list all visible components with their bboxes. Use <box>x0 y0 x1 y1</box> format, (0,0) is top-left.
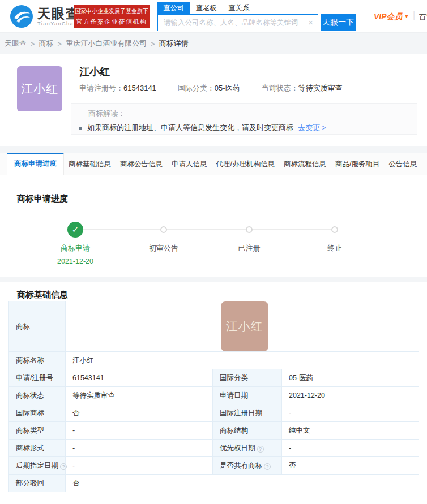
field-label: 是否共有商标? <box>213 457 282 475</box>
field-label: 商标形式 <box>9 440 66 457</box>
field-value: - <box>282 404 419 422</box>
field-value: 等待实质审查 <box>298 84 343 92</box>
table-row: 申请/注册号61543141国际分类05-医药 <box>9 369 419 387</box>
trademark-logo: 江小红 <box>17 66 62 111</box>
field-label: 申请日期 <box>213 387 282 404</box>
field-label: 申请/注册号 <box>9 369 66 387</box>
search-input[interactable] <box>157 14 318 31</box>
page-title: 江小红 <box>79 65 110 79</box>
breadcrumb: 天眼查>商标>重庆江小白酒业有限公司>商标详情 <box>0 33 427 54</box>
field-label: 商标状态 <box>9 387 66 404</box>
step-date: 2021-12-20 <box>36 257 115 265</box>
table-row: 商标状态等待实质审查申请日期2021-12-20 <box>9 387 419 404</box>
nav-tab-3[interactable]: 申请人信息 <box>167 153 212 175</box>
step-circle-icon <box>160 226 167 233</box>
basic-info-table-body: 商标江小红商标名称江小红申请/注册号61543141国际分类05-医药商标状态等… <box>9 301 419 492</box>
field-label: 商标结构 <box>213 422 282 440</box>
table-row: 部分驳回否 <box>9 475 419 492</box>
field-label: 后期指定日期? <box>9 457 66 475</box>
trademark-image-cell: 江小红 <box>66 301 419 352</box>
trademark-key-fields: 申请注册号：61543141国际分类：05-医药当前状态：等待实质审查 <box>79 83 343 93</box>
nav-tab-5[interactable]: 商标流程信息 <box>279 153 331 175</box>
step-label: 已注册 <box>210 243 289 253</box>
basic-info-table: 商标江小红商标名称江小红申请/注册号61543141国际分类05-医药商标状态等… <box>8 301 419 492</box>
table-row: 商标形式-优先权日期?- <box>9 440 419 457</box>
breadcrumb-separator: > <box>58 40 62 48</box>
nav-tab-2[interactable]: 商标公告信息 <box>116 153 167 175</box>
go-change-link[interactable]: 去变更 > <box>298 123 326 133</box>
breadcrumb-link-0[interactable]: 天眼查 <box>5 38 27 49</box>
interpretation-box: 商标解读： 如果商标的注册地址、申请人等信息发生变化，请及时变更商标 去变更 > <box>71 103 417 135</box>
caret-down-icon: ▼ <box>404 14 409 19</box>
field-label: 国际商标 <box>9 404 66 422</box>
nav-tab-1[interactable]: 商标基础信息 <box>64 153 116 175</box>
trademark-image: 江小红 <box>221 301 268 351</box>
check-icon: ✓ <box>67 222 83 238</box>
field-value: 等待实质审查 <box>66 387 213 404</box>
progress-step-1: 初审公告 <box>124 222 203 253</box>
tip-bullet-icon <box>79 127 82 130</box>
field-value: 2021-12-20 <box>282 387 419 404</box>
breadcrumb-separator: > <box>151 40 155 48</box>
header-divider: | <box>413 10 415 20</box>
breadcrumb-link-1[interactable]: 商标 <box>39 38 54 49</box>
field-value: 61543141 <box>123 84 156 92</box>
field-label: 申请注册号： <box>79 84 123 92</box>
help-icon[interactable]: ? <box>257 446 264 453</box>
table-row: 商标类型-商标结构纯中文 <box>9 422 419 440</box>
table-row: 国际商标否国际注册日期- <box>9 404 419 422</box>
trademark-field-0: 申请注册号：61543141 <box>79 83 156 93</box>
field-value: 61543141 <box>66 369 213 387</box>
field-value: 江小红 <box>66 352 419 369</box>
badge-line1: 国家中小企业发展子基金旗下 <box>74 6 150 16</box>
field-label: 当前状态： <box>262 84 298 92</box>
tianyancha-logo-icon <box>10 5 33 28</box>
interpretation-tip: 如果商标的注册地址、申请人等信息发生变化，请及时变更商标 <box>87 123 293 133</box>
search-tabs: 查公司查老板查关系 <box>157 2 356 14</box>
field-label: 商标类型 <box>9 422 66 440</box>
search-tab-1[interactable]: 查老板 <box>190 2 223 14</box>
nav-tab-7[interactable]: 公告信息 <box>384 153 421 175</box>
breadcrumb-separator: > <box>31 40 35 48</box>
step-circle-icon <box>246 226 253 233</box>
basic-info-title: 商标基础信息 <box>17 290 68 300</box>
step-label: 初审公告 <box>124 243 203 253</box>
toolbox-link[interactable]: 百宝 <box>419 12 427 23</box>
badge-line2: 官方备案企业征信机构 <box>74 16 150 27</box>
field-label: 优先权日期? <box>213 440 282 457</box>
help-icon[interactable]: ? <box>60 463 67 470</box>
search-button[interactable]: 天眼一下 <box>321 14 356 31</box>
search-area: 查公司查老板查关系 × 天眼一下 <box>157 2 356 31</box>
field-label: 商标 <box>9 301 66 352</box>
nav-tab-0[interactable]: 商标申请进度 <box>7 153 64 175</box>
vip-label: VIP会员 <box>374 12 403 21</box>
nav-tab-4[interactable]: 代理/办理机构信息 <box>212 153 279 175</box>
search-tab-2[interactable]: 查关系 <box>223 2 255 14</box>
step-circle-icon <box>331 226 338 233</box>
vip-member-menu[interactable]: VIP会员▼ <box>374 12 409 22</box>
field-label: 商标名称 <box>9 352 66 369</box>
help-icon[interactable]: ? <box>264 463 271 470</box>
breadcrumb-current: 商标详情 <box>159 38 189 49</box>
search-tab-0[interactable]: 查公司 <box>157 2 190 14</box>
nav-tab-6[interactable]: 商品/服务项目 <box>331 153 384 175</box>
clear-icon[interactable]: × <box>308 18 313 28</box>
certification-badge: 国家中小企业发展子基金旗下 官方备案企业征信机构 <box>74 5 150 28</box>
progress-step-0: ✓商标申请2021-12-20 <box>36 222 115 265</box>
progress-section: 商标申请进度 ✓商标申请2021-12-20初审公告已注册终止 <box>0 175 427 277</box>
field-value: 否 <box>66 404 213 422</box>
interpretation-title: 商标解读： <box>88 109 417 119</box>
step-label: 终止 <box>295 243 374 253</box>
field-value: - <box>66 422 213 440</box>
breadcrumb-link-2[interactable]: 重庆江小白酒业有限公司 <box>66 38 147 49</box>
field-value: - <box>282 440 419 457</box>
trademark-field-1: 国际分类：05-医药 <box>178 83 240 93</box>
detail-nav-tabs: 商标申请进度商标基础信息商标公告信息申请人信息代理/办理机构信息商标流程信息商品… <box>0 153 427 175</box>
step-label: 商标申请 <box>36 243 115 253</box>
table-row: 商标名称江小红 <box>9 352 419 369</box>
progress-step-3: 终止 <box>295 222 374 253</box>
top-header: 天眼查 TianYanCha.com 国家中小企业发展子基金旗下 官方备案企业征… <box>0 0 427 33</box>
trademark-field-2: 当前状态：等待实质审查 <box>262 83 343 93</box>
field-value: 否 <box>282 457 419 475</box>
table-row: 后期指定日期?-是否共有商标?否 <box>9 457 419 475</box>
